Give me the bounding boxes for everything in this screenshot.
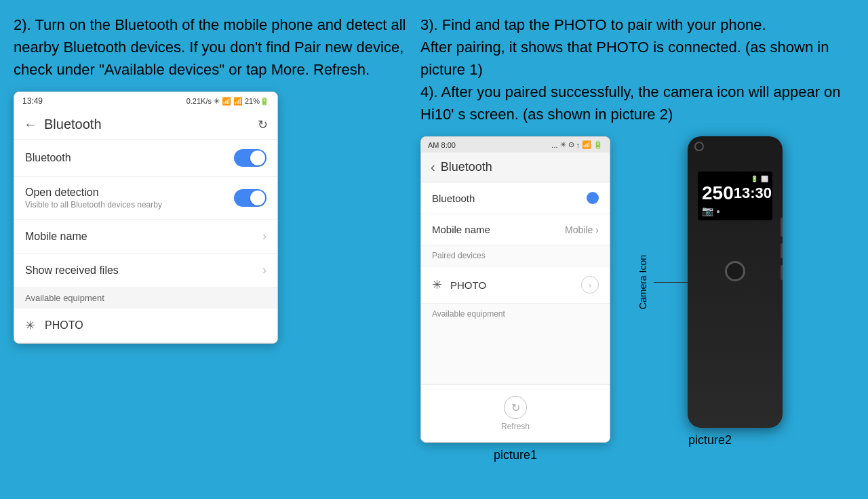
bluetooth-toggle[interactable] xyxy=(234,149,267,167)
open-detection-label: Open detection xyxy=(25,186,162,199)
phone2-back-arrow-icon[interactable]: ‹ xyxy=(431,159,435,175)
camera-screen-number: 250 xyxy=(702,184,734,203)
camera-screen-time: 13:30 xyxy=(734,184,772,202)
camera-lens-top xyxy=(694,142,704,151)
phone2-header: ‹ Bluetooth xyxy=(421,153,610,182)
bluetooth-label: Bluetooth xyxy=(25,152,71,164)
photo-device-row-left[interactable]: ✳ PHOTO xyxy=(14,308,277,343)
camera-device: 🔋 ⬜ 250 13:30 📷 ● xyxy=(688,136,783,428)
phone2-body: Bluetooth Mobile name Mobile › xyxy=(421,182,610,442)
camera-screen: 🔋 ⬜ 250 13:30 📷 ● xyxy=(698,172,772,220)
show-received-files-chevron-icon: › xyxy=(262,263,267,277)
bluetooth-row: Bluetooth xyxy=(14,140,277,177)
camera-lens-bottom xyxy=(725,261,745,281)
camera-label-group: Camera Icon 🔋 ⬜ xyxy=(637,136,783,428)
open-detection-toggle[interactable] xyxy=(234,189,267,207)
phone2-available-section: Available equipment xyxy=(421,303,610,384)
right-instruction-line3: 4). After you paired successfully, the c… xyxy=(420,83,841,123)
photo-device-left: ✳ PHOTO xyxy=(432,277,486,292)
camera-screen-number-group: 250 xyxy=(702,184,734,203)
phone2-status-icons: ... ✳ ⊙ ↑ 📶 🔋 xyxy=(551,140,603,149)
picture2-container: Camera Icon 🔋 ⬜ xyxy=(637,136,783,447)
right-instruction-line2: After pairing, it shows that PHOTO is co… xyxy=(420,39,829,78)
phone2-bluetooth-toggle[interactable] xyxy=(587,192,599,204)
picture2-label: picture2 xyxy=(688,433,732,447)
phone2-title: Bluetooth xyxy=(441,160,492,174)
photo-device-name: PHOTO xyxy=(45,319,83,332)
refresh-button[interactable]: ↻ xyxy=(504,396,527,419)
phone-mockup-picture1: AM 8:00 ... ✳ ⊙ ↑ 📶 🔋 ‹ Blueto xyxy=(420,136,610,443)
camera-screen-top-icons: 🔋 ⬜ xyxy=(702,176,768,182)
side-button-1[interactable] xyxy=(781,218,783,237)
camera-top xyxy=(688,136,783,151)
status-time: 13:49 xyxy=(22,96,43,106)
phone-header-left-group: ← Bluetooth xyxy=(24,117,102,132)
phone2-mobile-chevron-icon: › xyxy=(595,224,599,235)
phone-body-left: Bluetooth Open detection Visible to all … xyxy=(14,140,277,343)
photo-bt-icon: ✳ xyxy=(432,277,442,292)
phone-status-bar: 13:49 0.21K/s ✳ 📶 📶 21%🔋 xyxy=(14,92,277,110)
phone2-bluetooth-label: Bluetooth xyxy=(432,193,475,204)
left-column: 2). Turn on the Bluetooth of the mobile … xyxy=(14,14,407,485)
photo-device-name-right: PHOTO xyxy=(450,279,486,291)
open-detection-sublabel: Visible to all Bluetooth devices nearby xyxy=(25,200,162,209)
right-column: 3). Find and tap the PHOTO to pair with … xyxy=(420,14,854,485)
side-button-2[interactable] xyxy=(781,243,783,258)
phone2-mobile-name-label: Mobile name xyxy=(432,224,490,235)
main-container: 2). Turn on the Bluetooth of the mobile … xyxy=(0,0,868,499)
phone-mockup-left: 13:49 0.21K/s ✳ 📶 📶 21%🔋 ← Bluetooth ↻ xyxy=(14,92,278,344)
right-instruction-line1: 3). Find and tap the PHOTO to pair with … xyxy=(420,16,766,33)
phone2-bluetooth-row: Bluetooth xyxy=(421,182,610,214)
available-equipment-section-header: Available equipment xyxy=(14,287,277,308)
phone2-status-bar: AM 8:00 ... ✳ ⊙ ↑ 📶 🔋 xyxy=(421,137,610,153)
camera-icon-label: Camera Icon xyxy=(637,255,648,309)
phone2-mobile-name-row[interactable]: Mobile name Mobile › xyxy=(421,214,610,245)
left-instruction: 2). Turn on the Bluetooth of the mobile … xyxy=(14,14,407,81)
phone2-status-time: AM 8:00 xyxy=(428,141,456,149)
phone2-mobile-name-right: Mobile › xyxy=(565,224,599,235)
mobile-name-chevron-icon: › xyxy=(262,229,267,243)
back-arrow-icon[interactable]: ← xyxy=(24,117,37,132)
photo-device-row-right[interactable]: ✳ PHOTO › xyxy=(421,266,610,303)
refresh-area: ↻ Refresh xyxy=(421,384,610,442)
phone-title-left: Bluetooth xyxy=(44,117,102,132)
refresh-label: Refresh xyxy=(501,422,530,431)
right-bottom-area: AM 8:00 ... ✳ ⊙ ↑ 📶 🔋 ‹ Blueto xyxy=(420,136,854,462)
picture1-label: picture1 xyxy=(494,448,537,462)
paired-devices-section-header: Paired devices xyxy=(421,245,610,266)
show-received-files-row[interactable]: Show received files › xyxy=(14,254,277,287)
camera-screen-content: 250 13:30 xyxy=(702,184,768,203)
phone2-mobile-value: Mobile xyxy=(565,224,593,235)
refresh-icon-header[interactable]: ↻ xyxy=(258,117,268,132)
photo-device-info-button[interactable]: › xyxy=(581,276,599,294)
right-instruction: 3). Find and tap the PHOTO to pair with … xyxy=(420,14,854,125)
photo-device-left-group: ✳ PHOTO xyxy=(25,318,83,333)
bluetooth-device-icon: ✳ xyxy=(25,318,35,333)
side-button-3[interactable] xyxy=(781,265,783,280)
camera-side-buttons xyxy=(781,218,783,280)
picture1-container: AM 8:00 ... ✳ ⊙ ↑ 📶 🔋 ‹ Blueto xyxy=(420,136,610,462)
camera-screen-icons-row: 📷 ● xyxy=(702,205,768,216)
show-received-files-label: Show received files xyxy=(25,264,119,277)
open-detection-text-group: Open detection Visible to all Bluetooth … xyxy=(25,186,162,209)
open-detection-row: Open detection Visible to all Bluetooth … xyxy=(14,177,277,220)
camera-bottom-area xyxy=(688,261,783,281)
mobile-name-label: Mobile name xyxy=(25,231,87,243)
status-icons: 0.21K/s ✳ 📶 📶 21%🔋 xyxy=(186,97,269,106)
phone-header-left: ← Bluetooth ↻ xyxy=(14,110,277,140)
mobile-name-row[interactable]: Mobile name › xyxy=(14,220,277,254)
